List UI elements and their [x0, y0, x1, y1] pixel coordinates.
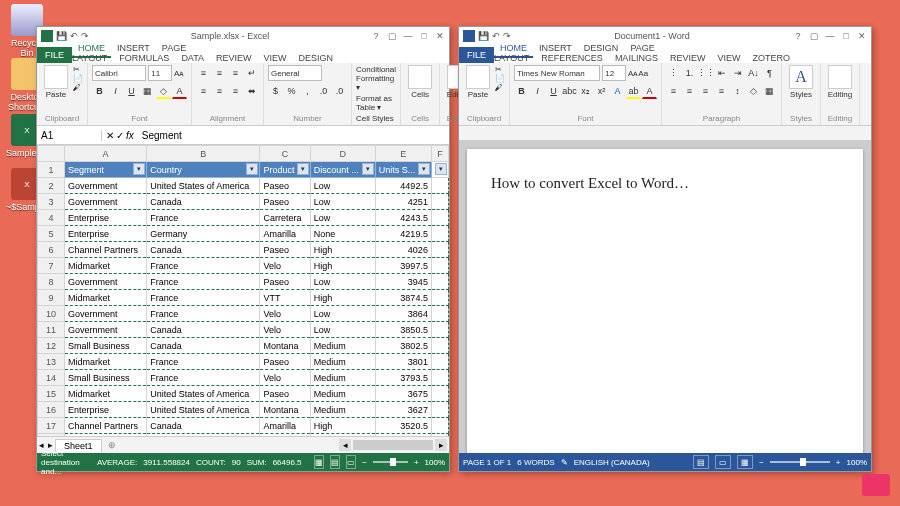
row-header[interactable]: 4 [38, 210, 65, 226]
fill-color-icon[interactable]: ◇ [156, 83, 171, 99]
superscript-icon[interactable]: x² [594, 83, 609, 98]
cell[interactable]: Channel Partners [65, 418, 147, 434]
maximize-icon[interactable]: □ [839, 30, 853, 42]
cell[interactable]: Enterprise [65, 226, 147, 242]
zoom-in-icon[interactable]: + [414, 458, 419, 467]
bullets-icon[interactable]: ⋮ [666, 65, 681, 80]
cell[interactable]: United States of America [147, 386, 260, 402]
fx-icon[interactable]: fx [126, 130, 134, 141]
status-words[interactable]: 6 WORDS [517, 458, 554, 467]
cell[interactable]: Canada [147, 338, 260, 354]
format-as-table-button[interactable]: Format as Table ▾ [356, 94, 396, 112]
view-break-icon[interactable]: ▭ [346, 455, 356, 469]
line-spacing-icon[interactable]: ↕ [730, 83, 745, 98]
cell[interactable]: Amarilla [260, 226, 310, 242]
word-ruler[interactable] [459, 126, 871, 141]
proofing-icon[interactable]: ✎ [561, 458, 568, 467]
cell[interactable]: United States of America [147, 178, 260, 194]
cell[interactable]: Paseo [260, 386, 310, 402]
cell[interactable]: Low [310, 194, 375, 210]
table-column-header[interactable]: Country [147, 162, 260, 178]
help-icon[interactable]: ? [369, 30, 383, 42]
underline-icon[interactable]: U [124, 83, 139, 98]
cell[interactable] [431, 338, 448, 354]
col-header[interactable]: C [260, 146, 310, 162]
cell[interactable]: 3627 [375, 402, 431, 418]
cell[interactable] [431, 210, 448, 226]
align-bot-icon[interactable]: ≡ [228, 65, 243, 80]
cell[interactable]: Small Business [65, 338, 147, 354]
view-print-icon[interactable]: ▭ [715, 455, 731, 469]
cell[interactable]: France [147, 258, 260, 274]
format-painter-icon[interactable]: 🖌 [495, 83, 503, 92]
numbering-icon[interactable]: 1. [682, 65, 697, 80]
row-header[interactable]: 6 [38, 242, 65, 258]
col-header[interactable]: E [375, 146, 431, 162]
font-size-select[interactable]: 11 [148, 65, 172, 81]
cut-icon[interactable]: ✂ [73, 65, 80, 74]
cell[interactable] [431, 402, 448, 418]
row-header[interactable]: 2 [38, 178, 65, 194]
cell[interactable] [431, 370, 448, 386]
row-header[interactable]: 3 [38, 194, 65, 210]
cell[interactable]: 3802.5 [375, 338, 431, 354]
worksheet-grid[interactable]: ABCDEF1SegmentCountryProductDiscount ...… [37, 145, 449, 436]
cell[interactable]: France [147, 354, 260, 370]
cell[interactable]: Government [65, 194, 147, 210]
tab-file[interactable]: FILE [37, 47, 72, 63]
change-case-icon[interactable]: Aa [638, 69, 648, 78]
italic-icon[interactable]: I [530, 83, 545, 98]
shrink-font-icon[interactable]: ᴀ [179, 69, 184, 78]
cell[interactable] [431, 258, 448, 274]
hscroll-left-icon[interactable]: ◂ [339, 439, 351, 451]
cell[interactable]: None [310, 226, 375, 242]
zoom-level[interactable]: 100% [425, 458, 445, 467]
zoom-level[interactable]: 100% [847, 458, 867, 467]
cell[interactable] [431, 274, 448, 290]
cell[interactable]: Government [65, 322, 147, 338]
cell[interactable]: Carretera [260, 210, 310, 226]
cell[interactable]: VTT [260, 290, 310, 306]
strike-icon[interactable]: abc [562, 83, 577, 98]
cancel-formula-icon[interactable]: ✕ [106, 130, 114, 141]
align-center-icon[interactable]: ≡ [212, 83, 227, 98]
cell[interactable]: Low [310, 274, 375, 290]
font-name-select[interactable]: Calibri [92, 65, 146, 81]
cell[interactable] [431, 418, 448, 434]
shading-icon[interactable]: ◇ [746, 83, 761, 98]
cell[interactable] [431, 434, 448, 437]
border-icon[interactable]: ▦ [140, 83, 155, 98]
cell[interactable]: Velo [260, 258, 310, 274]
select-all-corner[interactable] [38, 146, 65, 162]
cell[interactable]: United States of America [147, 402, 260, 418]
cell[interactable]: Government [65, 306, 147, 322]
qat-save-icon[interactable]: 💾 [478, 31, 489, 41]
cell[interactable]: Paseo [260, 178, 310, 194]
dec-decimal-icon[interactable]: .0 [332, 83, 347, 98]
cell[interactable]: Medium [310, 370, 375, 386]
row-header[interactable]: 9 [38, 290, 65, 306]
table-column-header[interactable]: Product [260, 162, 310, 178]
cell[interactable]: 3801 [375, 354, 431, 370]
col-header[interactable]: F [431, 146, 448, 162]
table-column-header[interactable]: Discount ... [310, 162, 375, 178]
cell[interactable]: 4492.5 [375, 178, 431, 194]
cell[interactable]: Germany [147, 434, 260, 437]
cell[interactable]: 4219.5 [375, 226, 431, 242]
format-painter-icon[interactable]: 🖌 [73, 83, 81, 92]
highlight-icon[interactable]: ab [626, 83, 641, 99]
cell[interactable]: Government [65, 274, 147, 290]
cell[interactable]: 3945 [375, 274, 431, 290]
row-header[interactable]: 11 [38, 322, 65, 338]
multilevel-icon[interactable]: ⋮⋮ [698, 65, 713, 80]
percent-icon[interactable]: % [284, 83, 299, 98]
document-text[interactable]: How to convert Excel to Word… [491, 175, 689, 191]
cell[interactable]: Medium [310, 354, 375, 370]
cell[interactable]: High [310, 242, 375, 258]
cell[interactable] [431, 322, 448, 338]
col-header[interactable]: B [147, 146, 260, 162]
cell[interactable]: Low [310, 322, 375, 338]
cell[interactable] [431, 290, 448, 306]
ribbon-options-icon[interactable]: ▢ [807, 30, 821, 42]
cell[interactable]: Medium [310, 338, 375, 354]
